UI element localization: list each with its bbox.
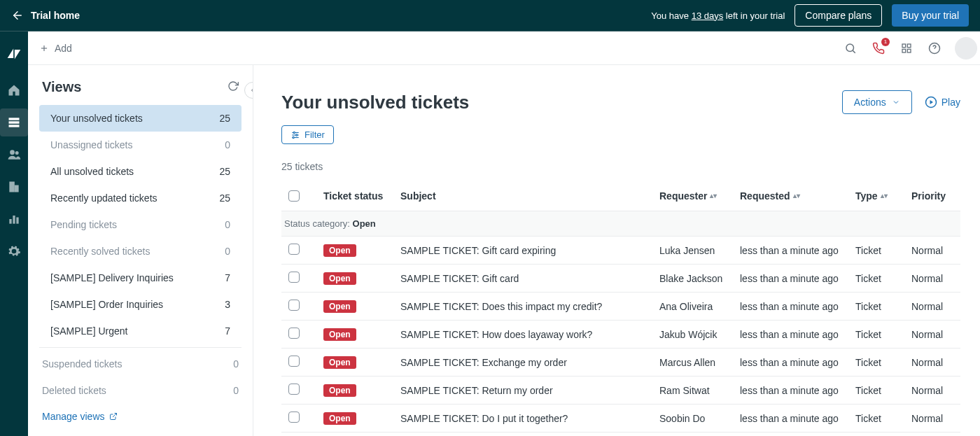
cell-checkbox xyxy=(281,384,323,397)
view-item[interactable]: All unsolved tickets25 xyxy=(39,158,241,185)
play-label: Play xyxy=(941,97,960,108)
apps-icon xyxy=(901,43,912,54)
svg-point-29 xyxy=(293,136,294,138)
buy-trial-button[interactable]: Buy your trial xyxy=(892,4,969,27)
cell-status: Open xyxy=(323,412,400,425)
refresh-views-button[interactable] xyxy=(227,80,239,94)
col-type[interactable]: Type▴▾ xyxy=(855,190,911,202)
col-subject[interactable]: Subject xyxy=(400,190,659,202)
filter-label: Filter xyxy=(304,129,325,140)
cell-subject: SAMPLE TICKET: Gift card xyxy=(400,273,659,284)
table-row[interactable]: Open SAMPLE TICKET: Gift card expiring L… xyxy=(281,237,960,265)
view-item[interactable]: [SAMPLE] Delivery Inquiries7 xyxy=(39,265,241,291)
add-tab-button[interactable]: Add xyxy=(39,43,72,54)
svg-point-4 xyxy=(10,150,15,155)
talk-button[interactable]: 1 xyxy=(871,41,886,56)
view-divider xyxy=(39,347,241,348)
ticket-count: 25 tickets xyxy=(281,161,960,172)
search-button[interactable] xyxy=(843,41,858,56)
table-row[interactable]: Open SAMPLE TICKET: Exchange my order Ma… xyxy=(281,349,960,377)
cell-priority: Normal xyxy=(911,273,960,284)
filter-button[interactable]: Filter xyxy=(281,125,334,144)
cell-requested: less than a minute ago xyxy=(740,329,855,340)
cell-type: Ticket xyxy=(855,301,911,312)
nav-home[interactable] xyxy=(0,76,28,104)
manage-views-label: Manage views xyxy=(42,411,105,422)
compare-plans-button[interactable]: Compare plans xyxy=(794,4,882,27)
trial-prefix: You have xyxy=(651,10,691,21)
trial-right: You have 13 days left in your trial Comp… xyxy=(651,4,969,27)
col-requester-label: Requester xyxy=(659,190,707,202)
view-item-count: 25 xyxy=(219,113,230,124)
apps-button[interactable] xyxy=(899,41,914,56)
cell-subject: SAMPLE TICKET: Exchange my order xyxy=(400,357,659,368)
customers-icon xyxy=(7,148,21,162)
table-row[interactable]: Open SAMPLE TICKET: How does layaway wor… xyxy=(281,321,960,349)
view-item-label: Your unsolved tickets xyxy=(50,113,143,124)
table-row[interactable]: Open SAMPLE TICKET: Gift card Blake Jack… xyxy=(281,265,960,293)
main-area: Your unsolved tickets Actions Play xyxy=(253,65,980,436)
filter-icon xyxy=(290,130,300,140)
row-checkbox[interactable] xyxy=(288,300,300,311)
nav-customers[interactable] xyxy=(0,141,28,169)
col-requested[interactable]: Requested▴▾ xyxy=(740,190,855,202)
view-item[interactable]: [SAMPLE] Urgent7 xyxy=(39,318,241,344)
cell-priority: Normal xyxy=(911,357,960,368)
row-checkbox[interactable] xyxy=(288,412,300,423)
cell-requested: less than a minute ago xyxy=(740,357,855,368)
view-item[interactable]: Deleted tickets0 xyxy=(39,377,241,404)
view-item-label: [SAMPLE] Order Inquiries xyxy=(50,299,163,310)
external-link-icon xyxy=(109,412,118,421)
play-button[interactable]: Play xyxy=(925,96,960,108)
cell-requester: Ram Sitwat xyxy=(659,385,740,396)
user-avatar[interactable] xyxy=(955,37,977,59)
view-item-count: 25 xyxy=(219,166,230,177)
table-row[interactable]: Open SAMPLE TICKET: Does this impact my … xyxy=(281,293,960,321)
talk-badge: 1 xyxy=(881,38,890,46)
help-button[interactable] xyxy=(927,41,942,56)
table-row[interactable]: Open SAMPLE TICKET: Return my order Ram … xyxy=(281,377,960,405)
view-list: Your unsolved tickets25Unassigned ticket… xyxy=(39,105,241,344)
cell-checkbox xyxy=(281,244,323,257)
row-checkbox[interactable] xyxy=(288,272,300,283)
nav-admin[interactable] xyxy=(0,237,28,265)
view-item[interactable]: [SAMPLE] Order Inquiries3 xyxy=(39,291,241,318)
select-all-checkbox[interactable] xyxy=(288,190,300,202)
trial-home-link[interactable]: Trial home xyxy=(11,9,80,22)
row-checkbox[interactable] xyxy=(288,384,300,395)
nav-views[interactable] xyxy=(0,108,28,136)
view-item[interactable]: Unassigned tickets0 xyxy=(39,132,241,158)
cell-status: Open xyxy=(323,300,400,313)
cell-status: Open xyxy=(323,356,400,369)
chart-icon xyxy=(7,212,21,226)
manage-views-link[interactable]: Manage views xyxy=(39,404,241,429)
view-item[interactable]: Suspended tickets0 xyxy=(39,351,241,377)
col-status[interactable]: Ticket status xyxy=(323,190,400,202)
svg-rect-17 xyxy=(902,49,906,52)
actions-dropdown[interactable]: Actions xyxy=(842,90,912,114)
zendesk-logo-icon[interactable] xyxy=(0,40,28,68)
tickets-table: Ticket status Subject Requester▴▾ Reques… xyxy=(281,181,960,433)
cell-checkbox xyxy=(281,356,323,369)
cell-requester: Blake Jackson xyxy=(659,273,740,284)
row-checkbox[interactable] xyxy=(288,328,300,339)
col-requester[interactable]: Requester▴▾ xyxy=(659,190,740,202)
nav-reporting[interactable] xyxy=(0,205,28,233)
view-item[interactable]: Your unsolved tickets25 xyxy=(39,105,241,132)
view-item-label: Recently solved tickets xyxy=(50,246,150,257)
row-checkbox[interactable] xyxy=(288,356,300,367)
svg-line-21 xyxy=(113,414,117,418)
view-item[interactable]: Pending tickets0 xyxy=(39,211,241,238)
col-status-label: Ticket status xyxy=(323,190,383,202)
view-item[interactable]: Recently updated tickets25 xyxy=(39,185,241,211)
view-item[interactable]: Recently solved tickets0 xyxy=(39,238,241,265)
cell-status: Open xyxy=(323,272,400,285)
col-priority[interactable]: Priority xyxy=(911,190,960,202)
nav-organizations[interactable] xyxy=(0,173,28,201)
nav-rail xyxy=(0,31,28,436)
table-row[interactable]: Open SAMPLE TICKET: Do I put it together… xyxy=(281,405,960,433)
status-badge: Open xyxy=(323,412,356,425)
svg-point-5 xyxy=(15,151,19,155)
col-requested-label: Requested xyxy=(740,190,790,202)
row-checkbox[interactable] xyxy=(288,244,300,255)
